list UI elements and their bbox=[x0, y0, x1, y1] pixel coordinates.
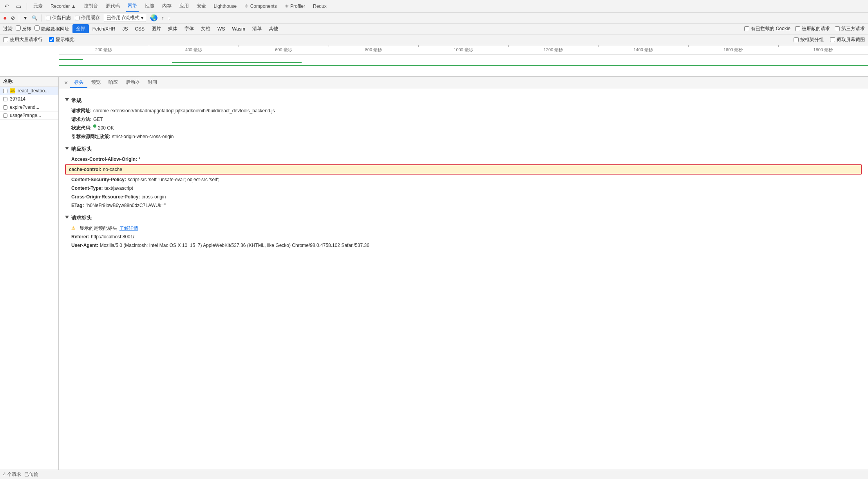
response-header-acao: Access-Control-Allow-Origin: * bbox=[65, 155, 862, 164]
tick-800: 800 毫秒 bbox=[329, 47, 419, 53]
item-name-3: usage?range... bbox=[10, 113, 41, 118]
tick-1200: 1200 毫秒 bbox=[508, 47, 599, 53]
hide-data-url-label[interactable]: 隐藏数据网址 bbox=[34, 25, 69, 32]
cursor-icon[interactable]: ↶ bbox=[3, 3, 10, 10]
general-row-status: 状态代码: 200 OK bbox=[65, 124, 862, 132]
blocked-cookie-checkbox[interactable] bbox=[744, 26, 749, 31]
filter-tab-all[interactable]: 全部 bbox=[72, 24, 89, 33]
general-row-url: 请求网址: chrome-extension://fmkadmapgofadop… bbox=[65, 106, 862, 115]
filter-tab-other[interactable]: 其他 bbox=[265, 24, 282, 33]
bottom-status: 4 个请求 已传输 bbox=[0, 470, 868, 479]
tab-sources[interactable]: 源代码 bbox=[104, 0, 121, 12]
tab-redux[interactable]: Redux bbox=[311, 0, 328, 12]
filter-tab-manifest[interactable]: 清单 bbox=[249, 24, 265, 33]
item-checkbox-3[interactable] bbox=[3, 113, 7, 118]
group-by-frame-checkbox[interactable] bbox=[794, 37, 799, 42]
filter-tab-media[interactable]: 媒体 bbox=[165, 24, 181, 33]
detail-tab-preview[interactable]: 预览 bbox=[87, 77, 105, 88]
disable-cache-label[interactable]: 停用缓存 bbox=[75, 14, 100, 21]
preserve-log-checkbox[interactable] bbox=[46, 16, 51, 20]
tab-network[interactable]: 网络 bbox=[126, 0, 139, 12]
detail-tab-initiator[interactable]: 启动器 bbox=[122, 77, 144, 88]
third-party-checkbox[interactable] bbox=[835, 26, 840, 31]
group-by-frame-label[interactable]: 按框架分组 bbox=[794, 36, 824, 43]
capture-screenshot-checkbox[interactable] bbox=[830, 37, 835, 42]
blocked-request-label[interactable]: 被屏蔽的请求 bbox=[795, 25, 830, 32]
stop-recording-btn[interactable]: ● bbox=[3, 14, 7, 22]
clear-btn[interactable]: ⊘ bbox=[11, 15, 15, 21]
request-headers-toggle[interactable] bbox=[65, 216, 69, 221]
blocked-request-checkbox[interactable] bbox=[795, 26, 800, 31]
timeline-graph[interactable] bbox=[59, 55, 868, 76]
tab-lighthouse[interactable]: Lighthouse bbox=[212, 0, 239, 12]
stream-mode-btn[interactable]: 已停用节流模式 ▾ bbox=[104, 14, 146, 22]
options-right: 按框架分组 截取屏幕截图 bbox=[794, 36, 865, 43]
tick-600: 600 毫秒 bbox=[239, 47, 329, 53]
download-icon[interactable]: ↓ bbox=[168, 15, 170, 21]
preserve-log-label[interactable]: 保留日志 bbox=[46, 14, 71, 21]
tab-components[interactable]: ⚛ Components bbox=[243, 0, 278, 12]
filter-type-tabs: 全部 Fetch/XHR JS CSS 图片 媒体 字体 文档 WS Wasm … bbox=[72, 24, 282, 33]
left-panel-header: 名称 bbox=[0, 77, 58, 87]
large-rows-label[interactable]: 使用大量请求行 bbox=[3, 36, 43, 43]
filter-tab-img[interactable]: 图片 bbox=[148, 24, 165, 33]
filter-tab-ws[interactable]: WS bbox=[214, 25, 228, 33]
detail-tab-timing[interactable]: 时间 bbox=[144, 77, 161, 88]
tick-1600: 1600 毫秒 bbox=[688, 47, 778, 53]
transferred-label: 已传输 bbox=[24, 471, 38, 478]
response-header-corp: Cross-Origin-Resource-Policy: cross-orig… bbox=[65, 193, 862, 201]
tab-recorder[interactable]: Recorder ▲ bbox=[49, 0, 78, 12]
network-item-3[interactable]: usage?range... bbox=[0, 112, 58, 120]
filter-tab-doc[interactable]: 文档 bbox=[197, 24, 214, 33]
show-overview-checkbox[interactable] bbox=[49, 37, 54, 42]
network-item-0[interactable]: JS react_devtoo... bbox=[0, 87, 58, 95]
tick-1000: 1000 毫秒 bbox=[418, 47, 508, 53]
invert-checkbox[interactable] bbox=[16, 25, 21, 31]
filter-tab-wasm[interactable]: Wasm bbox=[228, 25, 249, 33]
response-header-csp: Content-Security-Policy: script-src 'sel… bbox=[65, 175, 862, 184]
large-rows-checkbox[interactable] bbox=[3, 37, 8, 42]
inspect-icon[interactable]: ▭ bbox=[15, 3, 22, 10]
third-party-label[interactable]: 第三方请求 bbox=[835, 25, 865, 32]
wifi-icon[interactable]: 🌏 bbox=[150, 14, 158, 22]
detail-tab-headers[interactable]: 标头 bbox=[70, 77, 87, 88]
network-item-2[interactable]: expire?vend... bbox=[0, 103, 58, 112]
tab-security[interactable]: 安全 bbox=[195, 0, 208, 12]
disable-cache-checkbox[interactable] bbox=[75, 16, 80, 20]
item-checkbox-1[interactable] bbox=[3, 97, 7, 101]
capture-screenshot-label[interactable]: 截取屏幕截图 bbox=[830, 36, 865, 43]
learn-more-link[interactable]: 了解详情 bbox=[119, 225, 138, 232]
general-section-header: 常规 bbox=[65, 97, 862, 104]
upload-icon[interactable]: ↑ bbox=[162, 15, 164, 21]
tab-memory[interactable]: 内存 bbox=[161, 0, 173, 12]
filter-tab-js[interactable]: JS bbox=[119, 25, 131, 33]
right-panel: × 标头 预览 响应 启动器 时间 常规 请求网址: chrome-extens… bbox=[59, 77, 868, 470]
filter-icon[interactable]: ▼ bbox=[23, 15, 28, 21]
timeline-bar-2 bbox=[172, 62, 302, 63]
general-toggle[interactable] bbox=[65, 98, 69, 103]
blocked-cookie-label[interactable]: 有已拦截的 Cookie bbox=[744, 25, 790, 32]
tab-application[interactable]: 应用 bbox=[178, 0, 190, 12]
item-name-2: expire?vend... bbox=[10, 104, 39, 110]
filter-tab-font[interactable]: 字体 bbox=[181, 24, 197, 33]
search-icon[interactable]: 🔍 bbox=[32, 15, 38, 21]
invert-label[interactable]: 反转 bbox=[16, 25, 31, 32]
show-overview-label[interactable]: 显示概览 bbox=[49, 36, 74, 43]
request-header-referer: Referer: http://localhost:8001/ bbox=[65, 232, 862, 241]
close-detail-btn[interactable]: × bbox=[62, 79, 70, 86]
filter-tab-fetch[interactable]: Fetch/XHR bbox=[89, 25, 119, 33]
tab-elements[interactable]: 元素 bbox=[32, 0, 44, 12]
filter-tab-css[interactable]: CSS bbox=[131, 25, 148, 33]
network-item-1[interactable]: 397014 bbox=[0, 95, 58, 103]
detail-tab-response[interactable]: 响应 bbox=[105, 77, 122, 88]
item-checkbox-2[interactable] bbox=[3, 105, 7, 110]
tab-profiler[interactable]: ⚛ Profiler bbox=[283, 0, 307, 12]
tab-console[interactable]: 控制台 bbox=[82, 0, 99, 12]
options-row: 使用大量请求行 显示概览 按框架分组 截取屏幕截图 bbox=[0, 34, 868, 45]
tab-performance[interactable]: 性能 bbox=[143, 0, 156, 12]
filter-toolbar: 过滤 反转 隐藏数据网址 全部 Fetch/XHR JS CSS 图片 媒体 字… bbox=[0, 23, 868, 34]
detail-tabs: × 标头 预览 响应 启动器 时间 bbox=[59, 77, 868, 89]
item-checkbox-0[interactable] bbox=[3, 89, 7, 93]
response-headers-toggle[interactable] bbox=[65, 147, 69, 152]
hide-data-url-checkbox[interactable] bbox=[34, 25, 40, 31]
